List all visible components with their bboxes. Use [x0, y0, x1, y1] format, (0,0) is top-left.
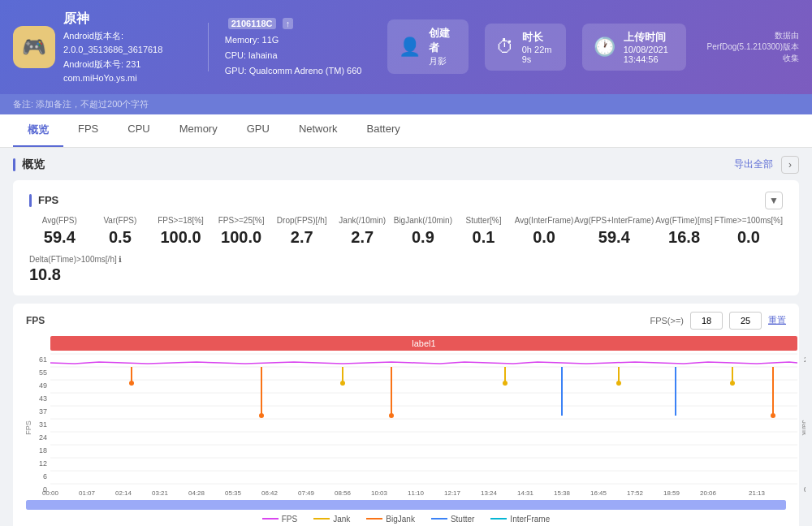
tab-overview[interactable]: 概览 — [13, 114, 63, 147]
stat-bigjank: BigJank(/10min) 0.9 — [393, 216, 454, 247]
creator-label: 创建者 — [429, 26, 457, 55]
svg-point-39 — [616, 381, 621, 386]
stat-avg-interframe-label: Avg(InterFrame) — [514, 216, 575, 225]
chart-label1: label1 — [412, 338, 435, 348]
stat-avg-fps: Avg(FPS) 59.4 — [29, 216, 90, 247]
stat-var-fps-value: 0.5 — [90, 228, 151, 247]
svg-text:37: 37 — [39, 407, 47, 416]
collapse-button[interactable]: › — [781, 156, 799, 174]
device-gpu: GPU: Qualcomm Adreno (TM) 660 — [225, 63, 371, 79]
svg-text:05:35: 05:35 — [225, 489, 242, 497]
svg-text:2: 2 — [804, 356, 806, 364]
app-name: 原神 — [63, 8, 162, 29]
chart-title: FPS — [26, 315, 45, 326]
upload-label: 上传时间 — [624, 30, 675, 45]
export-button[interactable]: 导出全部 — [734, 157, 773, 171]
chart-controls: FPS(>=) 重置 — [650, 312, 786, 330]
overview-header: 概览 导出全部 › — [13, 156, 799, 174]
svg-text:12: 12 — [39, 459, 47, 468]
legend-stutter: Stutter — [431, 515, 474, 524]
legend-dot-fps — [262, 518, 279, 520]
svg-text:07:49: 07:49 — [298, 489, 315, 497]
stat-fps18-label: FPS>=18[%] — [150, 216, 211, 225]
svg-text:04:28: 04:28 — [188, 489, 205, 497]
fps-threshold2-input[interactable] — [729, 312, 762, 330]
stat-jank: Jank(/10min) 2.7 — [332, 216, 393, 247]
svg-point-34 — [389, 413, 394, 418]
stat-ftime100-value: 0.0 — [715, 228, 783, 247]
svg-text:18:59: 18:59 — [663, 489, 680, 497]
stat-avg-fps-label: Avg(FPS) — [29, 216, 90, 225]
svg-text:FPS: FPS — [26, 420, 32, 435]
fps-chart-container: label1 61 55 49 43 37 31 24 18 12 6 0 2 … — [26, 334, 786, 497]
svg-text:06:42: 06:42 — [261, 489, 279, 497]
legend-dot-stutter — [431, 518, 447, 520]
legend-dot-jank — [313, 518, 330, 520]
fps-chart-panel: FPS FPS(>=) 重置 label1 61 55 49 43 37 31 … — [13, 304, 799, 526]
tab-fps[interactable]: FPS — [63, 114, 113, 147]
fps-chart-svg: label1 61 55 49 43 37 31 24 18 12 6 0 2 … — [26, 334, 806, 497]
legend-bigjank: BigJank — [366, 515, 415, 524]
app-header: 🎮 原神 Android版本名: 2.0.0_3513686_3617618 A… — [0, 0, 812, 94]
stat-avg-fps-value: 59.4 — [29, 228, 90, 247]
fps-collapse-button[interactable]: ▼ — [765, 192, 783, 209]
stat-bigjank-value: 0.9 — [393, 228, 454, 247]
section-title: 概览 — [13, 157, 45, 172]
stat-jank-label: Jank(/10min) — [332, 216, 393, 225]
stat-bigjank-label: BigJank(/10min) — [393, 216, 454, 225]
upload-icon: 🕐 — [594, 37, 615, 58]
device-info: 2106118C ↑ Memory: 11G CPU: lahaina GPU:… — [225, 15, 371, 78]
stat-var-fps-label: Var(FPS) — [90, 216, 151, 225]
svg-point-30 — [259, 413, 264, 418]
stat-ftime100-label: FTime>=100ms[%] — [715, 216, 783, 225]
svg-text:6: 6 — [43, 472, 47, 481]
stat-avg-interframe-value: 0.0 — [514, 228, 575, 247]
stat-drop: Drop(FPS)[/h] 2.7 — [271, 216, 332, 247]
app-info: 🎮 原神 Android版本名: 2.0.0_3513686_3617618 A… — [13, 8, 192, 86]
timeline-thumb — [26, 500, 786, 510]
duration-label: 时长 — [522, 30, 555, 45]
svg-text:21:13: 21:13 — [749, 489, 766, 497]
fps-reset-button[interactable]: 重置 — [768, 314, 786, 326]
svg-text:11:10: 11:10 — [408, 489, 425, 497]
fps-threshold1-input[interactable] — [690, 312, 723, 330]
stat-avg-ftime: Avg(FTime)[ms] 16.8 — [654, 216, 715, 247]
duration-value: 0h 22m 9s — [522, 45, 555, 64]
upload-card: 🕐 上传时间 10/08/2021 13:44:56 — [582, 24, 686, 71]
chart-header: FPS FPS(>=) 重置 — [26, 312, 786, 330]
stat-stutter-value: 0.1 — [453, 228, 514, 247]
stat-fps18-value: 100.0 — [150, 228, 211, 247]
device-memory: Memory: 11G — [225, 32, 371, 48]
android-version: 2.0.0_3513686_3617618 — [63, 43, 162, 58]
legend-dot-bigjank — [366, 518, 382, 520]
svg-point-36 — [503, 381, 508, 386]
stat-jank-value: 2.7 — [332, 228, 393, 247]
delta-value: 10.8 — [29, 265, 783, 284]
tab-battery[interactable]: Battery — [352, 114, 415, 147]
stat-avg-fps-interframe-value: 59.4 — [574, 228, 654, 247]
tab-network[interactable]: Network — [284, 114, 352, 147]
comment-bar[interactable]: 备注: 添加备注，不超过200个字符 — [0, 94, 812, 114]
svg-point-28 — [129, 381, 134, 386]
duration-card: ⏱ 时长 0h 22m 9s — [485, 24, 566, 71]
svg-text:61: 61 — [39, 356, 47, 364]
tab-cpu[interactable]: CPU — [113, 114, 164, 147]
android-version-label: Android版本名: — [63, 29, 162, 44]
device-details: Memory: 11G CPU: lahaina GPU: Qualcomm A… — [225, 32, 371, 78]
tab-memory[interactable]: Memory — [165, 114, 232, 147]
svg-text:16:45: 16:45 — [590, 489, 607, 497]
stat-avg-interframe: Avg(InterFrame) 0.0 — [514, 216, 575, 247]
svg-text:00:00: 00:00 — [42, 489, 59, 497]
svg-text:24: 24 — [39, 433, 47, 442]
main-content: 概览 导出全部 › FPS ▼ Avg(FPS) 59.4 Var(FPS) 0… — [0, 148, 812, 526]
svg-text:02:14: 02:14 — [115, 489, 132, 497]
tab-gpu[interactable]: GPU — [232, 114, 284, 147]
upload-value: 10/08/2021 13:44:56 — [624, 45, 675, 64]
fps-stats-panel: FPS ▼ Avg(FPS) 59.4 Var(FPS) 0.5 FPS>=18… — [13, 180, 799, 295]
svg-text:10:03: 10:03 — [371, 489, 388, 497]
legend-fps: FPS — [262, 515, 297, 524]
timeline-scrollbar[interactable] — [26, 500, 786, 510]
svg-text:14:31: 14:31 — [517, 489, 534, 497]
svg-point-44 — [771, 413, 775, 418]
delta-row: Delta(FTime)>100ms[/h] ℹ 10.8 — [29, 255, 783, 284]
